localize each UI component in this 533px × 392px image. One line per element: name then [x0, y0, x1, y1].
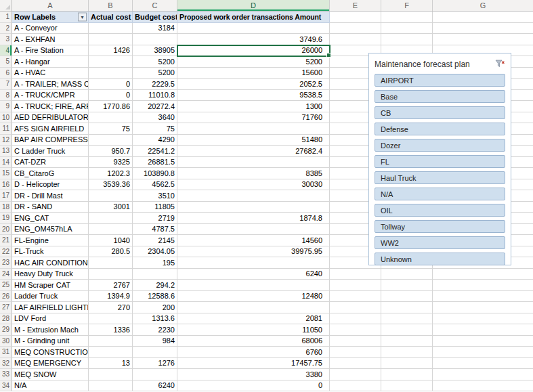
- cell-D25[interactable]: [177, 280, 330, 291]
- cell-E32[interactable]: [330, 358, 381, 370]
- cell-C14[interactable]: 26881.5: [133, 157, 177, 169]
- row-header-6[interactable]: 6: [0, 68, 12, 79]
- cell-B20[interactable]: [89, 224, 133, 236]
- slicer-item-unknown[interactable]: Unknown: [375, 253, 505, 265]
- cell-C21[interactable]: 2145: [133, 235, 177, 246]
- cell-B9[interactable]: 1770.86: [89, 101, 133, 112]
- cell-A13[interactable]: C Ladder Truck: [12, 146, 89, 157]
- cell-A32[interactable]: MEQ EMERGENCY: [12, 358, 89, 370]
- cell-A20[interactable]: ENG_OM457hLA: [12, 224, 89, 236]
- row-header-17[interactable]: 17: [0, 190, 12, 202]
- cell-F2[interactable]: [381, 23, 433, 35]
- cell-A6[interactable]: A - HVAC: [12, 68, 89, 79]
- cell-B22[interactable]: 280.5: [89, 246, 133, 258]
- cell-C7[interactable]: 2229.5: [133, 79, 177, 90]
- cell-B27[interactable]: 270: [89, 302, 133, 313]
- cell-G28[interactable]: [433, 313, 533, 325]
- cell-F25[interactable]: [381, 280, 433, 291]
- row-header-18[interactable]: 18: [0, 202, 12, 213]
- cell-B13[interactable]: 950.7: [89, 146, 133, 157]
- row-header-27[interactable]: 27: [0, 302, 12, 313]
- row-header-32[interactable]: 32: [0, 358, 12, 370]
- cell-A16[interactable]: D - Helicopter: [12, 179, 89, 191]
- cell-D17[interactable]: [177, 190, 330, 202]
- cell-G1[interactable]: [433, 12, 533, 23]
- cell-B14[interactable]: 9325: [89, 157, 133, 169]
- cell-D19[interactable]: 1874.8: [177, 213, 330, 224]
- cell-C20[interactable]: 4787.5: [133, 224, 177, 236]
- cell-B11[interactable]: 75: [89, 123, 133, 135]
- cell-E33[interactable]: [330, 369, 381, 380]
- cell-A22[interactable]: FL-Truck: [12, 246, 89, 258]
- row-header-9[interactable]: 9: [0, 101, 12, 112]
- cell-C3[interactable]: [133, 34, 177, 45]
- row-header-33[interactable]: 33: [0, 369, 12, 380]
- cell-A2[interactable]: A - Conveyor: [12, 23, 89, 35]
- row-header-14[interactable]: 14: [0, 157, 12, 169]
- cell-G34[interactable]: [433, 380, 533, 392]
- row-header-28[interactable]: 28: [0, 313, 12, 325]
- cell-D10[interactable]: 71760: [177, 112, 330, 124]
- cell-C11[interactable]: 75: [133, 123, 177, 135]
- cell-C10[interactable]: 3640: [133, 112, 177, 124]
- cell-A3[interactable]: A - EXHFAN: [12, 34, 89, 45]
- cell-D23[interactable]: [177, 257, 330, 269]
- cell-C13[interactable]: 22541.2: [133, 146, 177, 157]
- cell-B15[interactable]: 1202.3: [89, 168, 133, 179]
- column-header-E[interactable]: E: [330, 0, 381, 11]
- cell-C34[interactable]: 6240: [133, 380, 177, 392]
- cell-C28[interactable]: 1313.6: [133, 313, 177, 325]
- cell-D14[interactable]: [177, 157, 330, 169]
- cell-D32[interactable]: 17457.75: [177, 358, 330, 370]
- cell-D29[interactable]: 11050: [177, 324, 330, 336]
- cell-B34[interactable]: [89, 380, 133, 392]
- cell-B17[interactable]: [89, 190, 133, 202]
- cell-A17[interactable]: DR - Drill Mast: [12, 190, 89, 202]
- cell-F26[interactable]: [381, 291, 433, 303]
- cell-G24[interactable]: [433, 269, 533, 280]
- cell-B3[interactable]: [89, 34, 133, 45]
- row-header-11[interactable]: 11: [0, 123, 12, 135]
- cell-D11[interactable]: [177, 123, 330, 135]
- cell-A29[interactable]: M - Extrusion Mach: [12, 324, 89, 336]
- cell-F27[interactable]: [381, 302, 433, 313]
- cell-C9[interactable]: 20272.4: [133, 101, 177, 112]
- cell-A1[interactable]: Row Labels ▾: [12, 12, 89, 23]
- slicer-item-ww2[interactable]: WW2: [375, 236, 505, 249]
- cell-E27[interactable]: [330, 302, 381, 313]
- slicer-item-defense[interactable]: Defense: [375, 123, 505, 135]
- cell-B29[interactable]: 1336: [89, 324, 133, 336]
- cell-A9[interactable]: A - TRUCK; FIRE, ARF: [12, 101, 89, 112]
- cell-D1[interactable]: Proposed work order transactions Amount: [177, 12, 330, 23]
- cell-D33[interactable]: 3380: [177, 369, 330, 380]
- cell-E30[interactable]: [330, 336, 381, 347]
- slicer-item-fl[interactable]: FL: [375, 155, 505, 168]
- cell-C5[interactable]: 5200: [133, 56, 177, 68]
- row-header-34[interactable]: 34: [0, 380, 12, 392]
- slicer-item-n-a[interactable]: N/A: [375, 188, 505, 200]
- cell-G32[interactable]: [433, 358, 533, 370]
- cell-A15[interactable]: CB_CitaroG: [12, 168, 89, 179]
- cell-C31[interactable]: [133, 347, 177, 358]
- cell-F32[interactable]: [381, 358, 433, 370]
- cell-D9[interactable]: 1300: [177, 101, 330, 112]
- cell-G2[interactable]: [433, 23, 533, 35]
- cell-B23[interactable]: [89, 257, 133, 269]
- cell-A24[interactable]: Heavy Duty Truck: [12, 269, 89, 280]
- cell-G27[interactable]: [433, 302, 533, 313]
- row-header-30[interactable]: 30: [0, 336, 12, 347]
- cell-A4[interactable]: A - Fire Station: [12, 45, 89, 57]
- cell-F33[interactable]: [381, 369, 433, 380]
- cell-B30[interactable]: [89, 336, 133, 347]
- cell-C17[interactable]: 3510: [133, 190, 177, 202]
- cell-A18[interactable]: DR - SAND: [12, 202, 89, 213]
- cell-C8[interactable]: 11010.8: [133, 90, 177, 102]
- slicer-item-dozer[interactable]: Dozer: [375, 139, 505, 152]
- cell-A31[interactable]: MEQ CONSTRUCTION: [12, 347, 89, 358]
- cell-F1[interactable]: [381, 12, 433, 23]
- row-header-15[interactable]: 15: [0, 168, 12, 179]
- select-all-corner[interactable]: [0, 0, 12, 11]
- cell-D30[interactable]: 68006: [177, 336, 330, 347]
- cell-A28[interactable]: LDV Ford: [12, 313, 89, 325]
- cell-G25[interactable]: [433, 280, 533, 291]
